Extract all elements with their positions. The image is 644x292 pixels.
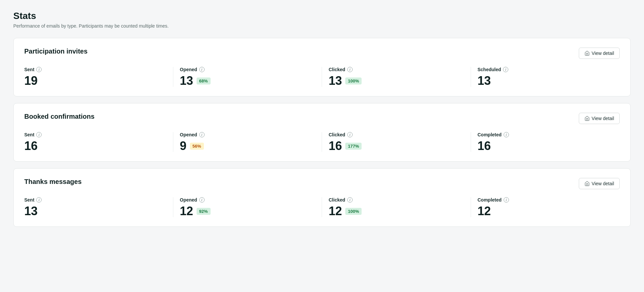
stat-badge-booked-confirmations-opened: 56% [190,143,204,150]
stat-item-booked-confirmations-completed: Completedi16 [471,132,620,152]
stat-item-booked-confirmations-opened: Openedi956% [173,132,322,152]
stat-badge-thanks-messages-opened: 92% [197,208,211,215]
info-icon-thanks-messages-completed[interactable]: i [504,197,509,203]
info-icon-booked-confirmations-clicked[interactable]: i [347,132,353,137]
stat-item-booked-confirmations-sent: Senti16 [24,132,173,152]
info-icon-thanks-messages-sent[interactable]: i [36,197,42,203]
stat-label-thanks-messages-completed: Completed [478,197,502,203]
stat-label-booked-confirmations-completed: Completed [478,132,502,137]
stat-label-thanks-messages-sent: Sent [24,197,34,203]
stat-label-participation-invites-scheduled: Scheduled [478,67,501,72]
view-detail-button-participation-invites[interactable]: View detail [579,48,620,59]
home-icon [584,116,590,121]
info-icon-booked-confirmations-opened[interactable]: i [199,132,205,137]
view-detail-label: View detail [592,181,614,186]
info-icon-booked-confirmations-completed[interactable]: i [504,132,509,137]
stat-badge-thanks-messages-clicked: 100% [345,208,362,215]
page-title: Stats [13,11,631,21]
stat-item-participation-invites-clicked: Clickedi13100% [322,67,471,87]
stat-label-participation-invites-clicked: Clicked [329,67,345,72]
stat-value-participation-invites-clicked: 13 [329,75,342,87]
stat-badge-participation-invites-clicked: 100% [345,77,362,84]
stat-label-booked-confirmations-sent: Sent [24,132,34,137]
info-icon-thanks-messages-clicked[interactable]: i [347,197,353,203]
stat-value-thanks-messages-completed: 12 [478,205,491,217]
stat-value-booked-confirmations-completed: 16 [478,140,491,152]
stat-item-participation-invites-scheduled: Scheduledi13 [471,67,620,87]
stat-value-thanks-messages-sent: 13 [24,205,38,217]
page-subtitle: Performance of emails by type. Participa… [13,23,631,29]
stat-item-thanks-messages-sent: Senti13 [24,197,173,217]
info-icon-participation-invites-opened[interactable]: i [199,67,205,72]
info-icon-participation-invites-clicked[interactable]: i [347,67,353,72]
stat-item-participation-invites-sent: Senti19 [24,67,173,87]
stat-item-booked-confirmations-clicked: Clickedi16177% [322,132,471,152]
view-detail-button-booked-confirmations[interactable]: View detail [579,113,620,124]
card-title-thanks-messages: Thanks messages [24,178,81,186]
view-detail-button-thanks-messages[interactable]: View detail [579,178,620,189]
view-detail-label: View detail [592,116,614,121]
stat-badge-participation-invites-opened: 68% [197,77,211,84]
stat-label-booked-confirmations-opened: Opened [180,132,197,137]
card-title-participation-invites: Participation invites [24,48,87,55]
stat-value-thanks-messages-opened: 12 [180,205,193,217]
stats-card-participation-invites: Participation invites View detailSenti19… [13,38,631,96]
stat-item-thanks-messages-clicked: Clickedi12100% [322,197,471,217]
stat-item-thanks-messages-opened: Openedi1292% [173,197,322,217]
stat-label-thanks-messages-opened: Opened [180,197,197,203]
stat-value-booked-confirmations-clicked: 16 [329,140,342,152]
stat-label-participation-invites-opened: Opened [180,67,197,72]
stat-value-booked-confirmations-sent: 16 [24,140,38,152]
stat-item-participation-invites-opened: Openedi1368% [173,67,322,87]
stat-value-participation-invites-opened: 13 [180,75,193,87]
stat-value-thanks-messages-clicked: 12 [329,205,342,217]
info-icon-booked-confirmations-sent[interactable]: i [36,132,42,137]
home-icon [584,181,590,186]
stat-value-participation-invites-sent: 19 [24,75,38,87]
stat-value-booked-confirmations-opened: 9 [180,140,187,152]
stats-card-booked-confirmations: Booked confirmations View detailSenti16O… [13,103,631,162]
stat-label-participation-invites-sent: Sent [24,67,34,72]
stats-card-thanks-messages: Thanks messages View detailSenti13Opened… [13,168,631,227]
info-icon-thanks-messages-opened[interactable]: i [199,197,205,203]
stat-item-thanks-messages-completed: Completedi12 [471,197,620,217]
stat-label-thanks-messages-clicked: Clicked [329,197,345,203]
card-title-booked-confirmations: Booked confirmations [24,113,94,120]
stat-badge-booked-confirmations-clicked: 177% [345,143,362,150]
view-detail-label: View detail [592,51,614,56]
stat-label-booked-confirmations-clicked: Clicked [329,132,345,137]
info-icon-participation-invites-scheduled[interactable]: i [503,67,508,72]
info-icon-participation-invites-sent[interactable]: i [36,67,42,72]
stat-value-participation-invites-scheduled: 13 [478,75,491,87]
home-icon [584,51,590,56]
